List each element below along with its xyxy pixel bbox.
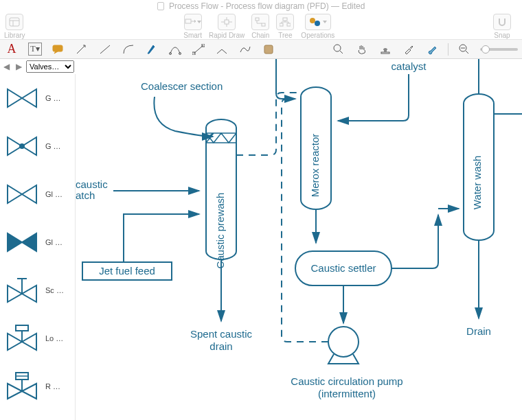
- palette-item[interactable]: G …: [0, 122, 75, 170]
- operations-icon[interactable]: [305, 14, 331, 30]
- zoom-knob[interactable]: [481, 45, 490, 54]
- bezier-tool[interactable]: [168, 42, 183, 57]
- pump-symbol[interactable]: [328, 327, 359, 357]
- doc-status: Edited: [341, 1, 365, 11]
- caustic-prewash-label: Caustic prewash: [214, 193, 226, 269]
- spent-drain-label-1: Spent caustic: [190, 328, 253, 340]
- water-wash-label: Water wash: [471, 156, 483, 210]
- palette-label: Sc …: [45, 286, 64, 294]
- valve-stem-icon: [4, 275, 40, 306]
- tree-label: Tree: [278, 32, 292, 39]
- valve-box-icon: [4, 323, 40, 354]
- chain-label: Chain: [251, 32, 269, 39]
- line-tool[interactable]: [98, 42, 113, 57]
- window-titlebar: Process Flow - Process flow diagram (PFD…: [0, 0, 522, 12]
- chain-group[interactable]: Chain: [251, 14, 269, 39]
- tree-group[interactable]: Tree: [276, 14, 294, 39]
- svg-rect-12: [280, 23, 283, 26]
- edit-points-tool[interactable]: [191, 42, 206, 57]
- tree-icon[interactable]: [276, 14, 294, 30]
- palette-item[interactable]: Gl …: [0, 218, 75, 266]
- snap-label: Snap: [494, 32, 510, 39]
- palette-dropdown[interactable]: Valves…: [26, 60, 74, 73]
- svg-rect-23: [381, 52, 389, 54]
- dashed-link-1[interactable]: [236, 93, 299, 155]
- pump-label-1: Caustic circulation pump: [291, 375, 402, 387]
- text-style-button[interactable]: A: [4, 42, 19, 57]
- title-sep: -: [220, 1, 225, 11]
- palette-label: R …: [45, 382, 60, 390]
- snap-icon[interactable]: [493, 14, 511, 30]
- coalescer-arrow[interactable]: [154, 97, 213, 137]
- svg-rect-13: [287, 23, 291, 26]
- library-icon[interactable]: [5, 14, 23, 30]
- svg-rect-30: [16, 325, 28, 331]
- spline-tool[interactable]: [238, 42, 253, 57]
- format-toolbar: A T▾: [0, 40, 522, 59]
- valve-dot-icon: [4, 130, 40, 162]
- valve-icon: [4, 82, 40, 114]
- rapid-icon[interactable]: [218, 14, 236, 30]
- palette-next-button[interactable]: ▶: [14, 61, 23, 72]
- connector-tool[interactable]: [214, 42, 229, 57]
- svg-rect-0: [10, 18, 19, 26]
- library-label: Library: [4, 32, 25, 39]
- rapid-label: Rapid Draw: [209, 32, 245, 39]
- zoom-slider[interactable]: [480, 48, 518, 51]
- palette-item[interactable]: Lo …: [0, 314, 75, 362]
- svg-point-15: [315, 21, 320, 26]
- diagram-canvas[interactable]: Caustic prewash Coalescer section causti…: [76, 59, 522, 420]
- zoom-button[interactable]: [331, 42, 346, 57]
- caustic-batch-label-2: atch: [76, 189, 95, 201]
- palette-item[interactable]: G …: [0, 74, 75, 122]
- settler-to-wash-arrow[interactable]: [392, 215, 438, 268]
- pump-base[interactable]: [328, 354, 359, 364]
- palette-item[interactable]: Gl …: [0, 170, 75, 218]
- pump-label-2: (intermittent): [318, 388, 376, 399]
- palette-label: G …: [45, 94, 61, 102]
- chain-icon[interactable]: [251, 14, 269, 30]
- pan-button[interactable]: [354, 42, 370, 57]
- svg-rect-9: [256, 18, 259, 21]
- dashed-recycle[interactable]: [282, 99, 328, 342]
- valve-box2-icon: [4, 371, 40, 402]
- svg-point-14: [310, 18, 315, 23]
- catalyst-arrow[interactable]: [338, 74, 409, 121]
- svg-point-26: [19, 143, 25, 149]
- caustic-batch-label-1: caustic: [76, 178, 108, 190]
- smart-icon[interactable]: [184, 14, 202, 30]
- library-group[interactable]: Library: [4, 14, 25, 39]
- title-dash: —: [331, 1, 341, 11]
- curve-tool[interactable]: [121, 42, 136, 57]
- svg-point-22: [334, 45, 341, 51]
- palette-item[interactable]: R …: [0, 362, 75, 410]
- eyedropper-button[interactable]: [401, 42, 416, 57]
- pen-tool[interactable]: [144, 42, 159, 57]
- rapid-group[interactable]: Rapid Draw: [209, 14, 245, 39]
- jet-fuel-arrow[interactable]: [124, 214, 199, 262]
- spent-drain-label-2: drain: [209, 340, 232, 352]
- palette-prev-button[interactable]: ◀: [1, 61, 11, 72]
- fill-tool[interactable]: [261, 42, 276, 57]
- document-icon: [157, 2, 164, 10]
- shape-palette: G … G … Gl … Gl … Sc … Lo … R …: [0, 74, 76, 420]
- svg-rect-16: [53, 45, 63, 51]
- smart-group[interactable]: Smart: [183, 14, 202, 39]
- brush-button[interactable]: [424, 42, 440, 57]
- zoom-out-button[interactable]: [457, 42, 472, 57]
- comment-button[interactable]: [51, 42, 66, 57]
- arrow-tool[interactable]: [74, 42, 89, 57]
- operations-group[interactable]: Operations: [301, 14, 334, 39]
- svg-rect-4: [225, 20, 229, 24]
- textbox-button[interactable]: T▾: [27, 42, 43, 57]
- separator: [448, 43, 449, 56]
- palette-item[interactable]: Sc …: [0, 266, 75, 314]
- doc-title: Process Flow: [169, 1, 218, 11]
- snap-group[interactable]: Snap: [493, 14, 511, 39]
- caustic-settler-label: Caustic settler: [310, 262, 376, 274]
- svg-rect-21: [264, 45, 273, 54]
- stamp-button[interactable]: [378, 42, 393, 57]
- palette-label: G …: [45, 142, 61, 150]
- jet-fuel-label: Jet fuel feed: [99, 265, 155, 277]
- palette-label: Gl …: [45, 238, 63, 246]
